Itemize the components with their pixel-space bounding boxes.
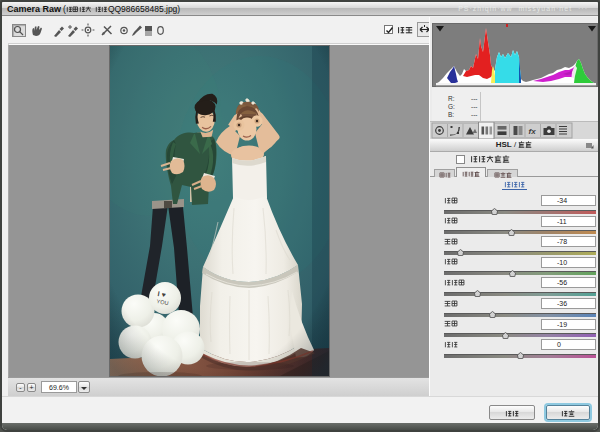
svg-text:fx: fx <box>529 127 537 136</box>
